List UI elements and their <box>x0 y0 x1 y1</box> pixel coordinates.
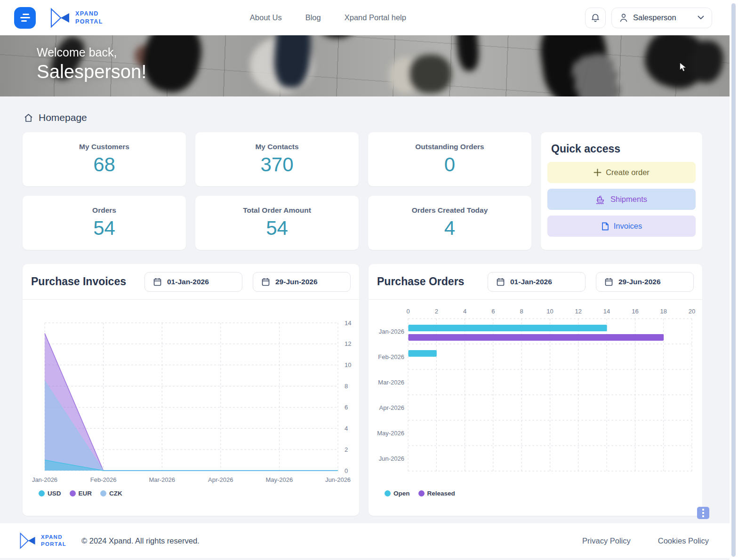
invoices-label: Invoices <box>614 222 642 231</box>
breadcrumb[interactable]: Homepage <box>23 96 702 132</box>
quick-access-panel: Quick access Create order Shipments <box>541 132 702 250</box>
purchase-orders-chart: 02468101214161820Jan-2026Feb-2026Mar-202… <box>369 306 702 486</box>
create-order-button[interactable]: Create order <box>547 162 696 183</box>
kebab-vertical-icon <box>702 509 704 511</box>
hero-welcome-text: Welcome back, Salesperson! <box>37 46 146 82</box>
stat-card-outstanding-orders: Outstanding Orders 0 <box>368 132 531 186</box>
date-from-value: 01-Jan-2026 <box>510 278 552 286</box>
legend-dot <box>100 490 106 496</box>
svg-text:0: 0 <box>345 467 348 474</box>
purchase-invoices-chart: 02468101214Jan-2026Feb-2026Mar-2026Apr-2… <box>23 306 359 486</box>
breadcrumb-label: Homepage <box>39 112 87 123</box>
legend-item[interactable]: Open <box>385 490 410 497</box>
svg-text:Jan-2026: Jan-2026 <box>379 328 404 335</box>
quick-access-title: Quick access <box>551 143 692 155</box>
create-order-label: Create order <box>606 168 650 177</box>
hero-username: Salesperson! <box>37 61 146 82</box>
copyright-text: © 2024 Xpand. All rights reserved. <box>81 536 200 545</box>
purchase-orders-legend: OpenReleased <box>385 490 702 497</box>
footer-brand-logo[interactable]: XPAND PORTAL <box>19 532 66 549</box>
notifications-button[interactable] <box>585 8 606 28</box>
svg-text:4: 4 <box>463 308 466 315</box>
chart-options-button[interactable] <box>697 507 709 519</box>
svg-text:14: 14 <box>603 308 610 315</box>
brand-logo[interactable]: XPAND PORTAL <box>49 8 103 28</box>
stat-label: Outstanding Orders <box>415 143 484 151</box>
svg-text:20: 20 <box>689 308 695 315</box>
user-name: Salesperson <box>633 13 676 22</box>
main-content: Homepage My Customers 68 My Contacts 370… <box>0 96 738 523</box>
svg-text:10: 10 <box>345 361 351 368</box>
top-navbar: XPAND PORTAL About Us Blog Xpand Portal … <box>0 0 738 35</box>
stat-label: My Contacts <box>255 143 298 151</box>
purchase-invoices-legend: USDEURCZK <box>39 490 359 497</box>
user-menu[interactable]: Salesperson <box>611 8 712 28</box>
cookies-policy-link[interactable]: Cookies Policy <box>658 536 709 545</box>
scrollbar-thumb[interactable] <box>731 3 736 557</box>
person-icon <box>619 13 628 22</box>
invoices-date-from-input[interactable]: 01-Jan-2026 <box>144 272 242 292</box>
footer-links: Privacy Policy Cookies Policy <box>582 536 709 545</box>
stat-value: 54 <box>93 217 115 240</box>
nav-link-about-us[interactable]: About Us <box>250 13 282 22</box>
svg-text:14: 14 <box>345 320 351 327</box>
scrollbar <box>730 0 738 560</box>
purchase-invoices-header: Purchase Invoices 01-Jan-2026 29-Jun-202… <box>23 264 359 299</box>
purchase-invoices-card: Purchase Invoices 01-Jan-2026 29-Jun-202… <box>23 264 359 516</box>
svg-text:Apr-2026: Apr-2026 <box>379 404 404 411</box>
legend-dot <box>418 490 425 496</box>
stat-value: 68 <box>93 153 115 176</box>
stat-card-orders: Orders 54 <box>23 196 186 250</box>
legend-item[interactable]: Released <box>418 490 455 497</box>
svg-text:4: 4 <box>345 425 348 432</box>
svg-text:Apr-2026: Apr-2026 <box>208 476 233 483</box>
invoices-date-to-input[interactable]: 29-Jun-2026 <box>253 272 351 292</box>
svg-text:2: 2 <box>435 308 438 315</box>
divider <box>23 299 359 300</box>
hero-banner: Welcome back, Salesperson! <box>0 35 738 96</box>
hero-greeting: Welcome back, <box>37 46 146 59</box>
hamburger-menu-button[interactable] <box>14 7 36 29</box>
legend-item[interactable]: CZK <box>100 490 122 497</box>
brand-text: XPAND PORTAL <box>75 10 103 25</box>
purchase-orders-title: Purchase Orders <box>377 275 464 288</box>
hamburger-menu-icon <box>23 14 29 15</box>
legend-item[interactable]: USD <box>39 490 61 497</box>
main-nav: About Us Blog Xpand Portal help <box>250 13 406 22</box>
stat-label: Orders Created Today <box>412 206 488 215</box>
legend-label: USD <box>48 490 61 497</box>
privacy-policy-link[interactable]: Privacy Policy <box>582 536 631 545</box>
calendar-icon <box>262 278 270 286</box>
home-icon <box>24 113 33 123</box>
svg-text:6: 6 <box>345 404 348 411</box>
purchase-orders-card: Purchase Orders 01-Jan-2026 29-Jun-2026 <box>369 264 702 516</box>
svg-text:Feb-2026: Feb-2026 <box>378 353 404 360</box>
legend-dot <box>70 490 76 496</box>
legend-label: EUR <box>79 490 92 497</box>
stat-value: 370 <box>260 153 293 176</box>
date-from-value: 01-Jan-2026 <box>167 278 209 286</box>
orders-date-to-input[interactable]: 29-Jun-2026 <box>596 272 694 292</box>
divider <box>369 299 702 300</box>
stat-label: Total Order Amount <box>243 206 311 215</box>
stat-card-my-contacts: My Contacts 370 <box>195 132 359 186</box>
stat-card-my-customers: My Customers 68 <box>23 132 186 186</box>
legend-item[interactable]: EUR <box>70 490 92 497</box>
nav-link-help[interactable]: Xpand Portal help <box>345 13 406 22</box>
xpand-logo-icon <box>19 532 37 549</box>
date-to-value: 29-Jun-2026 <box>618 278 661 286</box>
bell-icon <box>591 13 600 23</box>
purchase-invoices-title: Purchase Invoices <box>31 275 126 288</box>
orders-date-from-input[interactable]: 01-Jan-2026 <box>488 272 586 292</box>
nav-link-blog[interactable]: Blog <box>305 13 321 22</box>
shipments-button[interactable]: Shipments <box>547 189 696 210</box>
invoice-icon <box>601 222 610 231</box>
svg-text:12: 12 <box>575 308 582 315</box>
svg-text:10: 10 <box>546 308 553 315</box>
invoices-button[interactable]: Invoices <box>547 216 696 237</box>
stat-card-total-order-amount: Total Order Amount 54 <box>195 196 359 250</box>
svg-text:Jan-2026: Jan-2026 <box>32 476 57 483</box>
calendar-icon <box>153 278 161 286</box>
stat-card-orders-created-today: Orders Created Today 4 <box>368 196 531 250</box>
svg-text:May-2026: May-2026 <box>265 476 293 483</box>
